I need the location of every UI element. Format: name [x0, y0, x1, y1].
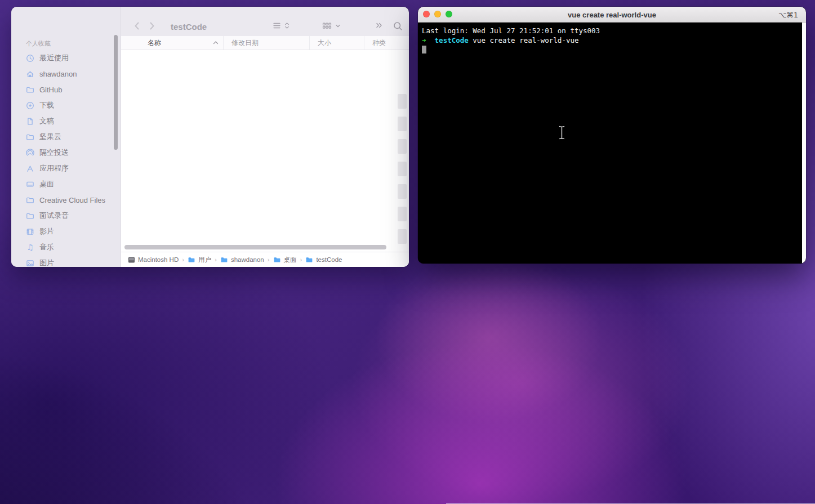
document-icon — [26, 117, 34, 126]
chevron-right-icon — [148, 21, 156, 30]
sidebar-item-home[interactable]: shawdanon — [11, 66, 121, 82]
tab-shortcut-label: ⌥⌘1 — [778, 11, 798, 19]
applications-icon — [26, 164, 34, 173]
sidebar-item-label: 隔空投送 — [39, 148, 69, 158]
column-header-name[interactable]: 名称 — [121, 36, 224, 50]
sidebar-item-creative-cloud-files[interactable]: Creative Cloud Files — [11, 192, 121, 208]
sidebar-scrollbar[interactable] — [114, 35, 118, 150]
clock-icon — [26, 54, 34, 63]
sidebar-item-applications[interactable]: 应用程序 — [11, 160, 121, 176]
sidebar-item-recents[interactable]: 最近使用 — [11, 50, 121, 66]
ibeam-mouse-cursor — [557, 124, 567, 141]
finder-window: testCode 个人收藏 最近使用shawdanonGitHub下载文稿坚果云… — [11, 7, 409, 267]
window-title: vue create real-world-vue — [418, 11, 806, 19]
sidebar-item-label: 桌面 — [39, 179, 54, 189]
sidebar-item-label: GitHub — [39, 86, 62, 94]
airdrop-icon — [26, 149, 34, 157]
breadcrumb-item-shawdanon[interactable]: shawdanon — [220, 256, 264, 264]
more-toolbar-button[interactable] — [375, 21, 384, 29]
sidebar-item-downloads[interactable]: 下载 — [11, 97, 121, 113]
hard-drive-icon — [128, 256, 135, 264]
sidebar-item-label: shawdanon — [39, 70, 77, 78]
folder-fill-icon — [273, 256, 281, 264]
folder-icon — [26, 86, 34, 94]
terminal-titlebar[interactable]: vue create real-world-vue ⌥⌘1 — [418, 7, 806, 23]
folder-fill-icon — [188, 256, 195, 264]
terminal-scrollbar-track[interactable] — [802, 23, 806, 264]
breadcrumb-label: testCode — [316, 256, 342, 263]
column-header-size[interactable]: 大小 — [310, 36, 364, 50]
sidebar-item-label: 面试录音 — [39, 211, 69, 221]
folder-icon — [26, 212, 34, 220]
chevron-left-icon — [133, 21, 141, 30]
sidebar-item-label: 最近使用 — [39, 53, 69, 63]
breadcrumb-item-macintosh-hd[interactable]: Macintosh HD — [128, 256, 179, 264]
sidebar-item-label: 应用程序 — [39, 163, 69, 173]
finder-sidebar: 个人收藏 最近使用shawdanonGitHub下载文稿坚果云隔空投送应用程序桌… — [11, 7, 121, 267]
column-header-kind[interactable]: 种类 — [364, 36, 409, 50]
breadcrumb-item-users[interactable]: 用户 — [188, 256, 211, 264]
search-icon — [393, 21, 403, 31]
file-list-area[interactable] — [121, 50, 409, 252]
sidebar-item-airdrop[interactable]: 隔空投送 — [11, 145, 121, 160]
breadcrumb-separator-icon: › — [182, 256, 184, 263]
sidebar-item-nutstore[interactable]: 坚果云 — [11, 129, 121, 145]
sidebar-item-music[interactable]: ♫音乐 — [11, 239, 121, 255]
terminal-cursor — [422, 46, 426, 53]
breadcrumb-label: Macintosh HD — [138, 256, 179, 263]
folder-fill-icon — [305, 256, 313, 264]
download-icon — [26, 101, 34, 110]
window-title: testCode — [171, 22, 207, 32]
back-button[interactable] — [133, 21, 141, 30]
breadcrumb-separator-icon: › — [300, 256, 302, 263]
prompt-directory: testCode — [435, 36, 469, 44]
sidebar-item-desktop[interactable]: 桌面 — [11, 176, 121, 192]
sidebar-item-label: 图片 — [39, 258, 54, 268]
sidebar-section-title: 个人收藏 — [26, 39, 121, 48]
path-bar: Macintosh HD›用户›shawdanon›桌面›testCode — [121, 252, 409, 267]
horizontal-scrollbar[interactable] — [124, 245, 386, 249]
terminal-line-1: Last login: Wed Jul 27 21:52:01 on ttys0… — [422, 26, 600, 35]
sidebar-item-pictures[interactable]: 图片 — [11, 255, 121, 271]
sidebar-item-interview-recordings[interactable]: 面试录音 — [11, 208, 121, 224]
sidebar-item-github[interactable]: GitHub — [11, 82, 121, 97]
sidebar-item-label: 文稿 — [39, 116, 54, 126]
search-button[interactable] — [393, 21, 403, 31]
breadcrumb-separator-icon: › — [268, 256, 270, 263]
folder-icon — [26, 196, 34, 204]
folder-fill-icon — [220, 256, 228, 264]
edge-artifact-block — [398, 207, 407, 221]
edge-artifact-block — [398, 139, 407, 154]
prompt-arrow: ➜ — [422, 36, 426, 44]
home-icon — [26, 70, 34, 78]
view-list-button[interactable] — [272, 21, 290, 30]
forward-button[interactable] — [148, 21, 156, 30]
sidebar-item-documents[interactable]: 文稿 — [11, 113, 121, 129]
sidebar-list: 最近使用shawdanonGitHub下载文稿坚果云隔空投送应用程序桌面Crea… — [11, 50, 121, 271]
breadcrumb-item-desktop[interactable]: 桌面 — [273, 256, 297, 264]
group-icon — [322, 21, 332, 30]
prompt-command: vue create real-world-vue — [473, 36, 578, 44]
sidebar-item-label: 下载 — [39, 100, 54, 110]
breadcrumb-item-testcode[interactable]: testCode — [305, 256, 342, 264]
folder-icon — [26, 133, 34, 141]
sidebar-item-label: 影片 — [39, 226, 54, 237]
chevron-down-icon — [335, 23, 341, 29]
sidebar-item-label: Creative Cloud Files — [39, 196, 105, 204]
terminal-screen[interactable]: Last login: Wed Jul 27 21:52:01 on ttys0… — [418, 23, 806, 264]
group-by-button[interactable] — [322, 21, 341, 30]
finder-content: 名称 修改日期 大小 种类 Macintosh HD›用户›shawdanon›… — [121, 36, 409, 267]
double-chevron-icon — [375, 21, 384, 29]
edge-artifact-block — [398, 94, 407, 109]
finder-nav-buttons — [133, 21, 156, 30]
music-icon: ♫ — [26, 243, 34, 252]
terminal-output: Last login: Wed Jul 27 21:52:01 on ttys0… — [418, 23, 806, 55]
sort-asc-icon — [213, 41, 219, 45]
sidebar-item-label: 坚果云 — [39, 132, 61, 142]
breadcrumb-label: 用户 — [198, 256, 211, 264]
edge-artifact-block — [398, 229, 407, 244]
breadcrumb-separator-icon: › — [215, 256, 217, 263]
sidebar-item-movies[interactable]: 影片 — [11, 224, 121, 239]
column-header-date-modified[interactable]: 修改日期 — [224, 36, 310, 50]
breadcrumb-label: shawdanon — [231, 256, 264, 263]
